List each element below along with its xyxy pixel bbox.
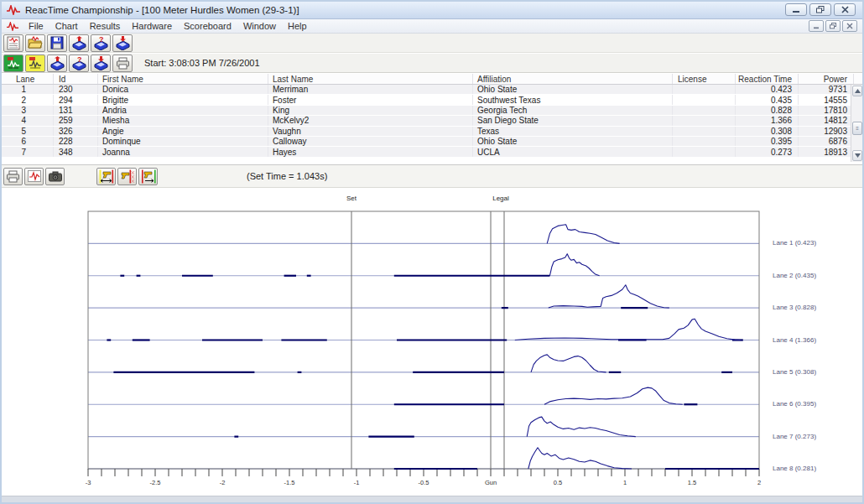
print-chart-button[interactable] xyxy=(3,168,23,185)
table-row[interactable]: 7348JoannaHayesUCLA0.27318913 xyxy=(2,147,862,157)
open-event-button[interactable] xyxy=(25,34,45,52)
table-row[interactable]: 4259MieshaMcKelvy2San Diego State1.36614… xyxy=(2,116,862,126)
menu-item-help[interactable]: Help xyxy=(282,20,313,32)
grip-icon: ≡ xyxy=(856,126,859,131)
column-header-lane[interactable]: Lane xyxy=(2,74,54,84)
upload-reactimes-button[interactable] xyxy=(69,34,89,52)
x-tick-label: -2 xyxy=(220,479,226,486)
menu-item-hardware[interactable]: Hardware xyxy=(126,20,178,32)
cell-id: 348 xyxy=(54,147,98,156)
lane-label: Lane 5 (0.308) xyxy=(773,368,848,376)
x-tick-label: 2 xyxy=(757,479,761,486)
gun-threshold-button[interactable] xyxy=(117,168,137,185)
table-scrollbar[interactable]: ≡ xyxy=(851,85,862,162)
cell-affiliation: San Diego State xyxy=(473,116,673,125)
download-reactimes-button[interactable] xyxy=(112,34,133,52)
event-list-icon xyxy=(7,36,21,50)
window-title: ReacTime Championship - [100 Meter Hurdl… xyxy=(25,5,299,15)
query-reactimes-button[interactable]: ? xyxy=(91,34,111,52)
cell-last-name: Vaughn xyxy=(268,127,473,136)
upload-times-button[interactable] xyxy=(47,55,67,72)
cell-affiliation: Texas xyxy=(473,127,673,136)
start-time-label: Start: 3:08:03 PM 7/26/2001 xyxy=(144,58,260,68)
table-row[interactable]: 5326AngieVaughnTexas0.30812903 xyxy=(2,127,862,137)
title-bar[interactable]: ReacTime Championship - [100 Meter Hurdl… xyxy=(2,2,862,19)
menu-item-file[interactable]: File xyxy=(23,20,49,32)
table-row[interactable]: 3131AndriaKingGeorgia Tech0.82817810 xyxy=(2,106,862,116)
legal-annotation-label: Legal xyxy=(484,195,518,202)
table-row[interactable]: 6228DominqueCallowayOhio State0.3956876 xyxy=(2,137,862,147)
gun-window-button[interactable] xyxy=(138,168,158,185)
column-header-license[interactable]: License xyxy=(673,74,736,84)
table-row[interactable]: 2294BrigitteFosterSouthwest Texas0.43514… xyxy=(2,95,862,105)
x-tick-label: Gun xyxy=(485,479,497,486)
startlist-green-button[interactable] xyxy=(3,55,23,72)
cell-first-name: Andria xyxy=(98,106,268,115)
lane-trace xyxy=(549,254,599,276)
column-header-power[interactable]: Power xyxy=(799,74,854,84)
lane-trace xyxy=(549,285,669,308)
lane-trace xyxy=(528,448,632,469)
mdi-close-button[interactable] xyxy=(842,20,857,32)
download-times-button[interactable] xyxy=(91,55,111,72)
event-list-button[interactable] xyxy=(3,34,23,52)
menu-item-scoreboard[interactable]: Scoreboard xyxy=(178,20,237,32)
window-bottom-border xyxy=(2,496,862,502)
close-button[interactable] xyxy=(834,3,856,16)
snapshot-button[interactable] xyxy=(45,168,65,185)
cell-first-name: Donica xyxy=(98,85,268,94)
column-header-affiliation[interactable]: Affiliation xyxy=(473,74,673,84)
mdi-minimize-button[interactable] xyxy=(809,20,824,32)
print-list-button[interactable] xyxy=(112,55,133,72)
window-controls xyxy=(785,3,856,16)
printer-icon xyxy=(116,57,130,70)
cell-last-name: Calloway xyxy=(268,137,473,146)
table-row[interactable]: 1230DonicaMerrimanOhio State0.4239731 xyxy=(2,85,862,95)
column-header-reaction-time[interactable]: Reaction Time xyxy=(736,74,799,84)
reaction-trace-plot: -3-2.5-2-1.5-1-0.5Gun0.511.52 xyxy=(2,188,864,499)
gun-range-button[interactable] xyxy=(96,168,116,185)
upload-tray-icon xyxy=(71,36,87,50)
column-header-last-name[interactable]: Last Name xyxy=(268,74,473,84)
cell-lane: 4 xyxy=(2,116,54,125)
table-header: LaneIdFirst NameLast NameAffiliationLice… xyxy=(2,74,862,85)
query-tray-icon: ? xyxy=(93,36,109,50)
menu-item-results[interactable]: Results xyxy=(84,20,127,32)
scroll-down-button[interactable] xyxy=(852,150,862,161)
column-header-id[interactable]: Id xyxy=(54,74,98,84)
cell-reaction-time: 1.366 xyxy=(736,116,799,125)
scroll-up-button[interactable] xyxy=(852,86,862,96)
startlist-yellow-button[interactable] xyxy=(25,55,45,72)
restore-button[interactable] xyxy=(809,3,831,16)
minimize-button[interactable] xyxy=(785,3,807,16)
cell-affiliation: Ohio State xyxy=(473,137,673,146)
cell-last-name: Merriman xyxy=(268,85,473,94)
menu-item-chart[interactable]: Chart xyxy=(49,20,84,32)
lane-label: Lane 3 (0.828) xyxy=(773,304,848,311)
cell-first-name: Angie xyxy=(98,127,268,136)
chart-area: Set Legal -3-2.5-2-1.5-1-0.5Gun0.511.52 … xyxy=(2,188,862,499)
save-event-button[interactable] xyxy=(47,34,67,52)
cell-license xyxy=(673,116,736,125)
mdi-restore-button[interactable] xyxy=(825,20,841,32)
arrow-up-icon xyxy=(855,89,861,93)
menu-item-window[interactable]: Window xyxy=(237,20,282,32)
cell-id: 259 xyxy=(54,116,98,125)
set-time-label: (Set Time = 1.043s) xyxy=(247,171,327,181)
app-window: ReacTime Championship - [100 Meter Hurdl… xyxy=(0,0,864,504)
scroll-thumb[interactable]: ≡ xyxy=(852,122,862,135)
column-header-first-name[interactable]: First Name xyxy=(98,74,268,84)
cell-reaction-time: 0.435 xyxy=(736,95,799,104)
cell-affiliation: UCLA xyxy=(473,147,673,156)
waveform-view-button[interactable] xyxy=(24,168,44,185)
cell-id: 228 xyxy=(54,137,98,146)
lane-label: Lane 7 (0.273) xyxy=(773,433,848,440)
minimize-icon xyxy=(813,23,820,29)
restore-icon xyxy=(816,6,825,13)
cell-affiliation: Ohio State xyxy=(473,85,673,94)
cell-lane: 2 xyxy=(2,95,54,104)
results-table: LaneIdFirst NameLast NameAffiliationLice… xyxy=(2,74,862,165)
gun-range-icon xyxy=(99,169,114,184)
query-times-button[interactable]: ? xyxy=(69,55,89,72)
open-event-folder-icon xyxy=(28,36,43,49)
